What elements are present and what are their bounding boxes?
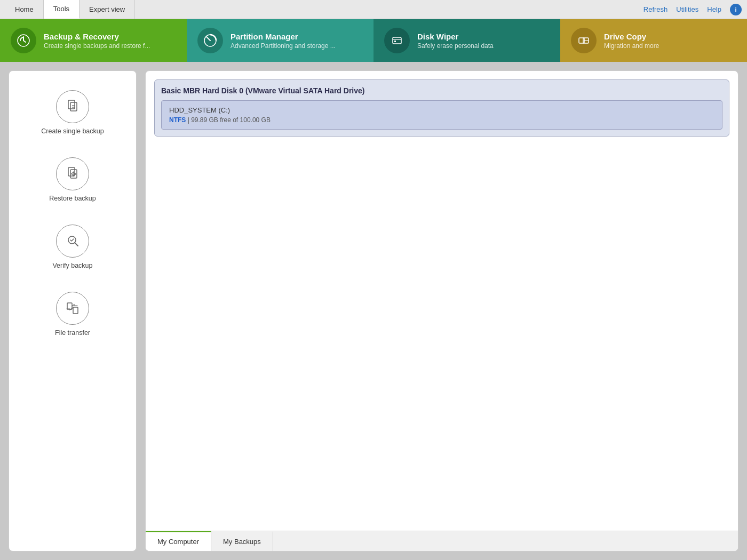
disk-wiper-text: Disk Wiper Safely erase personal data <box>417 32 494 50</box>
drive-copy-subtitle: Migration and more <box>604 42 659 50</box>
partition-manager-icon <box>197 28 223 53</box>
user-avatar[interactable]: i <box>730 4 742 15</box>
disk-wiper-subtitle: Safely erase personal data <box>417 42 494 50</box>
right-panel: Basic MBR Hard Disk 0 (VMware Virtual SA… <box>145 70 738 551</box>
svg-rect-17 <box>73 307 78 314</box>
backup-recovery-subtitle: Create single backups and restore f... <box>44 42 150 50</box>
restore-backup-label: Restore backup <box>49 195 96 202</box>
drive-copy-icon <box>571 28 597 53</box>
verify-backup-button[interactable]: Verify backup <box>14 216 131 278</box>
svg-rect-2 <box>393 37 401 44</box>
tab-my-computer[interactable]: My Computer <box>146 531 211 551</box>
partition-info: NTFS | 99.89 GB free of 100.00 GB <box>169 116 714 124</box>
product-banner: Backup & Recovery Create single backups … <box>0 19 747 62</box>
top-nav-right: Refresh Utilities Help i <box>643 4 742 15</box>
tab-expert-view[interactable]: Expert view <box>80 0 135 19</box>
disk-wiper-icon <box>384 28 410 53</box>
drive-copy-text: Drive Copy Migration and more <box>604 32 659 50</box>
file-transfer-icon <box>56 292 89 325</box>
backup-recovery-icon <box>11 28 36 53</box>
verify-backup-icon <box>56 225 89 258</box>
left-sidebar: Create single backup Restore backup <box>9 70 137 551</box>
svg-rect-9 <box>70 102 77 111</box>
top-navigation: Home Tools Expert view Refresh Utilities… <box>0 0 747 19</box>
filesystem-type: NTFS <box>169 116 186 124</box>
tab-tools[interactable]: Tools <box>44 0 80 19</box>
disk-wiper-title: Disk Wiper <box>417 32 494 41</box>
partition-item[interactable]: HDD_SYSTEM (C:) NTFS | 99.89 GB free of … <box>161 100 722 130</box>
partition-manager-subtitle: Advanced Partitioning and storage ... <box>231 42 336 50</box>
tab-my-backups[interactable]: My Backups <box>211 531 273 551</box>
partition-manager-title: Partition Manager <box>231 32 336 41</box>
banner-backup-recovery[interactable]: Backup & Recovery Create single backups … <box>0 19 187 62</box>
banner-partition-manager[interactable]: Partition Manager Advanced Partitioning … <box>187 19 374 62</box>
create-backup-label: Create single backup <box>41 127 104 135</box>
backup-recovery-title: Backup & Recovery <box>44 32 150 41</box>
restore-backup-icon <box>56 157 89 190</box>
help-link[interactable]: Help <box>707 5 721 13</box>
create-backup-icon <box>56 90 89 123</box>
banner-drive-copy[interactable]: Drive Copy Migration and more <box>560 19 747 62</box>
create-single-backup-button[interactable]: Create single backup <box>14 82 131 143</box>
partition-size-info: 99.89 GB free of 100.00 GB <box>191 116 271 124</box>
bottom-tabs: My Computer My Backups <box>146 531 738 551</box>
main-content: Create single backup Restore backup <box>0 62 747 560</box>
right-panel-content: Basic MBR Hard Disk 0 (VMware Virtual SA… <box>146 71 738 531</box>
disk-title: Basic MBR Hard Disk 0 (VMware Virtual SA… <box>161 86 722 95</box>
tab-home[interactable]: Home <box>5 0 44 19</box>
restore-backup-button[interactable]: Restore backup <box>14 149 131 211</box>
svg-rect-8 <box>68 100 75 109</box>
partition-name: HDD_SYSTEM (C:) <box>169 106 714 114</box>
drive-copy-title: Drive Copy <box>604 32 659 41</box>
refresh-link[interactable]: Refresh <box>643 5 668 13</box>
partition-manager-text: Partition Manager Advanced Partitioning … <box>231 32 336 50</box>
disk-container[interactable]: Basic MBR Hard Disk 0 (VMware Virtual SA… <box>154 79 729 137</box>
svg-line-15 <box>75 243 78 246</box>
file-transfer-button[interactable]: File transfer <box>14 283 131 345</box>
svg-rect-4 <box>394 41 396 42</box>
verify-backup-label: Verify backup <box>52 262 92 269</box>
svg-rect-16 <box>67 303 72 309</box>
file-transfer-label: File transfer <box>55 329 90 337</box>
backup-recovery-text: Backup & Recovery Create single backups … <box>44 32 150 50</box>
banner-disk-wiper[interactable]: Disk Wiper Safely erase personal data <box>374 19 560 62</box>
utilities-link[interactable]: Utilities <box>676 5 698 13</box>
